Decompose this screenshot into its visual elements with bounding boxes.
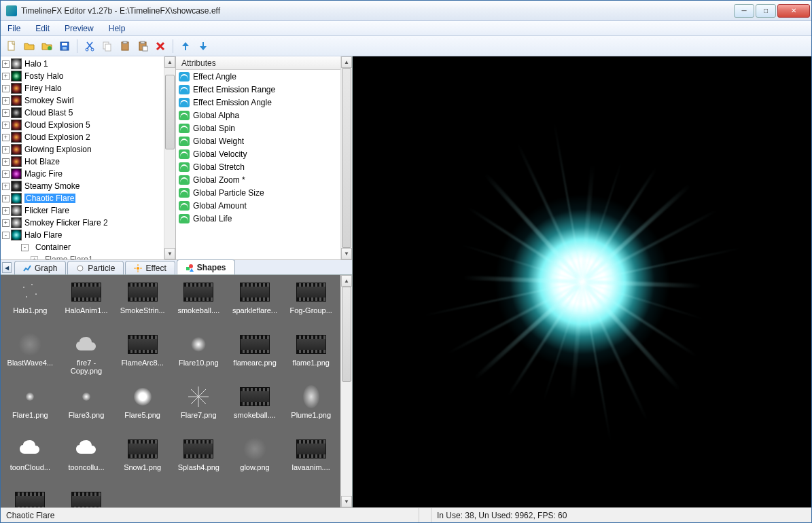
attribute-row[interactable]: Global Spin — [176, 122, 340, 134]
tree-item[interactable]: +Glowing Explosion — [1, 143, 164, 156]
menu-help[interactable]: Help — [106, 22, 128, 35]
tab-effect[interactable]: Effect — [125, 261, 175, 274]
tree-item[interactable]: +Smokey Swirl — [1, 94, 164, 107]
title-bar[interactable]: TimelineFX Editor v1.27b - E:\TimelineFX… — [1, 1, 811, 21]
copy-button[interactable] — [101, 39, 114, 53]
shape-item[interactable]: BlastWave4... — [2, 331, 58, 384]
preview-viewport[interactable] — [353, 56, 811, 507]
expand-icon[interactable]: - — [2, 232, 10, 239]
shape-item[interactable]: tooncollu... — [58, 436, 115, 488]
new-file-button[interactable] — [5, 39, 18, 53]
scroll-thumb[interactable] — [342, 68, 351, 248]
attribute-row[interactable]: Global Amount — [176, 199, 340, 212]
shape-item[interactable] — [2, 488, 58, 507]
shapes-grid[interactable]: Halo1.pngHaloAnim1...SmokeStrin...smokeb… — [1, 275, 340, 507]
tab-particle[interactable]: Particle — [67, 261, 124, 274]
paste-special-button[interactable] — [136, 39, 149, 53]
scroll-down-icon[interactable]: ▼ — [341, 496, 352, 507]
tree-item[interactable]: +Cloud Explosion 5 — [1, 119, 164, 131]
tree-item[interactable]: +Magic Fire — [1, 168, 164, 180]
tab-graph[interactable]: Graph — [14, 261, 66, 274]
attribute-row[interactable]: Global Alpha — [176, 109, 340, 122]
tree-item[interactable]: +Flame Flare1 — [1, 253, 164, 259]
tree-scrollbar[interactable]: ▲ ▼ — [164, 56, 175, 259]
shape-item[interactable]: Snow1.png — [114, 436, 171, 488]
expand-icon[interactable]: + — [2, 109, 10, 117]
expand-icon[interactable]: + — [2, 60, 10, 68]
menu-preview[interactable]: Preview — [62, 22, 96, 35]
shape-item[interactable]: Flare10.png — [171, 331, 227, 384]
shape-item[interactable]: Flare3.png — [58, 384, 115, 436]
shape-item[interactable]: smokeball.... — [171, 279, 227, 331]
save-button[interactable] — [58, 39, 71, 53]
expand-icon[interactable]: + — [2, 207, 10, 215]
shape-item[interactable]: fire7 -Copy.png — [58, 331, 115, 384]
effects-tree[interactable]: +Halo 1+Fosty Halo+Firey Halo+Smokey Swi… — [1, 56, 164, 259]
tree-item[interactable]: -Halo Flare — [1, 229, 164, 241]
tree-item[interactable]: +Cloud Explosion 2 — [1, 131, 164, 143]
expand-icon[interactable]: + — [31, 256, 38, 260]
move-up-button[interactable] — [179, 39, 192, 53]
attribute-row[interactable]: Global Velocity — [176, 147, 340, 160]
expand-icon[interactable]: + — [2, 183, 10, 190]
expand-icon[interactable]: + — [2, 122, 10, 129]
tree-item[interactable]: +Cloud Blast 5 — [1, 107, 164, 119]
expand-icon[interactable]: - — [21, 244, 29, 251]
attribute-row[interactable]: Effect Emission Range — [176, 83, 340, 96]
shape-item[interactable]: lavaanim.... — [283, 436, 339, 488]
scroll-up-icon[interactable]: ▲ — [341, 275, 352, 287]
shape-item[interactable]: Plume1.png — [283, 384, 339, 436]
attribute-row[interactable]: Global Stretch — [176, 160, 340, 173]
shapes-scrollbar[interactable]: ▲ ▼ — [340, 275, 352, 507]
cut-button[interactable] — [83, 39, 96, 53]
tree-item[interactable]: +Smokey Flicker Flare 2 — [1, 217, 164, 229]
tree-item[interactable]: +Hot Blaze — [1, 156, 164, 168]
expand-icon[interactable]: + — [2, 73, 10, 80]
shape-item[interactable]: smokeball.... — [227, 384, 283, 436]
attribute-row[interactable]: Global Weight — [176, 134, 340, 147]
scroll-thumb[interactable] — [165, 75, 175, 149]
tree-item[interactable]: +Steamy Smoke — [1, 180, 164, 192]
shape-item[interactable] — [58, 488, 115, 507]
attribute-row[interactable]: Global Zoom * — [176, 173, 340, 186]
attributes-list[interactable]: Attributes Effect AngleEffect Emission R… — [176, 56, 340, 259]
tree-item[interactable]: -Container — [1, 241, 164, 253]
tree-item[interactable]: +Chaotic Flare — [1, 192, 164, 204]
expand-icon[interactable]: + — [2, 134, 10, 141]
expand-icon[interactable]: + — [2, 170, 10, 178]
expand-icon[interactable]: + — [2, 146, 10, 154]
shape-item[interactable]: glow.png — [227, 436, 283, 488]
expand-icon[interactable]: + — [2, 85, 10, 92]
shape-item[interactable]: sparkleflare... — [227, 279, 283, 331]
minimize-button[interactable]: ─ — [734, 4, 754, 18]
scroll-down-icon[interactable]: ▼ — [164, 248, 175, 259]
maximize-button[interactable]: □ — [756, 4, 776, 18]
shape-item[interactable]: HaloAnim1... — [58, 279, 115, 331]
shape-item[interactable]: FlameArc8... — [114, 331, 171, 384]
delete-button[interactable] — [154, 39, 167, 53]
attribute-row[interactable]: Global Life — [176, 212, 340, 225]
menu-edit[interactable]: Edit — [33, 22, 52, 35]
tree-item[interactable]: +Fosty Halo — [1, 70, 164, 82]
tree-item[interactable]: +Firey Halo — [1, 82, 164, 94]
close-button[interactable]: ✕ — [777, 4, 810, 18]
shape-item[interactable]: Fog-Group... — [283, 279, 339, 331]
tab-shapes[interactable]: Shapes — [177, 259, 235, 274]
shape-item[interactable]: Splash4.png — [171, 436, 227, 488]
expand-icon[interactable]: + — [2, 97, 10, 105]
shape-item[interactable]: Halo1.png — [2, 279, 58, 331]
attribute-row[interactable]: Effect Emission Angle — [176, 96, 340, 109]
open-folder-button[interactable] — [22, 39, 36, 53]
shape-item[interactable]: flame1.png — [283, 331, 339, 384]
shape-item[interactable]: Flare7.png — [171, 384, 227, 436]
scroll-down-icon[interactable]: ▼ — [341, 248, 352, 259]
shape-item[interactable]: flamearc.png — [227, 331, 283, 384]
expand-icon[interactable]: + — [2, 158, 10, 166]
attribute-row[interactable]: Effect Angle — [176, 70, 340, 83]
menu-file[interactable]: File — [5, 22, 23, 35]
expand-icon[interactable]: + — [2, 219, 10, 227]
tree-item[interactable]: +Halo 1 — [1, 58, 164, 70]
tab-scroll-left[interactable]: ◀ — [2, 262, 12, 273]
shape-item[interactable]: SmokeStrin... — [114, 279, 171, 331]
scroll-up-icon[interactable]: ▲ — [164, 56, 175, 68]
